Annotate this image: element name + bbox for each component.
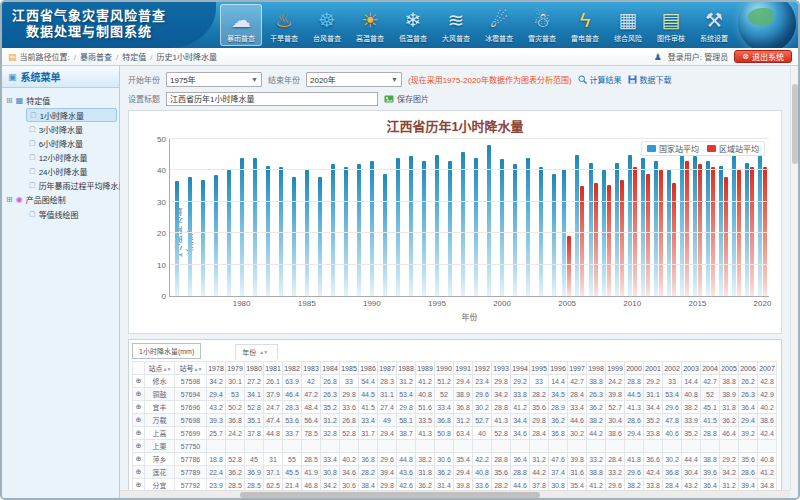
legend-item-国家站平均[interactable]: 国家站平均	[647, 143, 699, 154]
calculate-button[interactable]: 计算结果	[578, 74, 622, 85]
legend-item-区域站平均[interactable]: 区域站平均	[707, 143, 759, 154]
bar-national-2002[interactable]	[526, 158, 530, 296]
breadcrumb-item[interactable]: 特定值	[122, 53, 146, 62]
toolbar-item-cold-survey[interactable]: ❄低温普查	[392, 4, 434, 46]
table-header-year-1998[interactable]: 1998	[587, 362, 606, 375]
bar-regional-2011[interactable]	[646, 174, 650, 296]
bar-regional-2014[interactable]	[685, 161, 689, 296]
table-header-year-2007[interactable]: 2007	[758, 362, 777, 375]
bar-national-1980[interactable]	[240, 158, 244, 296]
table-header-year-1984[interactable]: 1984	[321, 362, 340, 375]
table-header-year-1993[interactable]: 1993	[492, 362, 511, 375]
table-header-year-1987[interactable]: 1987	[378, 362, 397, 375]
toolbar-item-system-settings[interactable]: ⚒系统设置	[693, 4, 735, 46]
table-header-year-2005[interactable]: 2005	[720, 362, 739, 375]
table-header-year-2001[interactable]: 2001	[644, 362, 663, 375]
bar-national-1979[interactable]	[227, 170, 231, 296]
row-expand-icon[interactable]: ⊕	[133, 453, 145, 466]
bar-national-1995[interactable]	[435, 155, 439, 296]
toolbar-item-wind-survey[interactable]: ≋大风普查	[435, 4, 477, 46]
bar-national-1993[interactable]	[409, 156, 413, 296]
bar-national-1996[interactable]	[448, 161, 452, 296]
bar-national-1981[interactable]	[253, 158, 257, 296]
table-header-year-1999[interactable]: 1999	[606, 362, 625, 375]
toolbar-item-snow-survey[interactable]: ☃雪灾普查	[521, 4, 563, 46]
bar-national-1990[interactable]	[370, 161, 374, 296]
table-header-year-2000[interactable]: 2000	[625, 362, 644, 375]
bar-regional-2015[interactable]	[698, 164, 702, 296]
breadcrumb-item[interactable]: 历史1小时降水量	[156, 53, 216, 62]
row-expand-icon[interactable]: ⊕	[133, 414, 145, 427]
download-button[interactable]: 数据下载	[628, 74, 672, 85]
bar-regional-2017[interactable]	[724, 177, 728, 296]
bar-national-1975[interactable]	[175, 181, 179, 296]
table-header-year-1997[interactable]: 1997	[568, 362, 587, 375]
table-header-year-1986[interactable]: 1986	[359, 362, 378, 375]
year-group-header[interactable]: 年份 ▲▼	[235, 344, 278, 359]
bar-regional-2006[interactable]	[580, 186, 584, 296]
bar-national-1985[interactable]	[305, 170, 309, 296]
table-header-year-2002[interactable]: 2002	[663, 362, 682, 375]
row-expand-icon[interactable]: ⊕	[133, 440, 145, 453]
toolbar-item-map-review[interactable]: ▤图件审核	[650, 4, 692, 46]
tree-item-1小时降水量[interactable]: ▢1小时降水量	[26, 108, 117, 122]
bar-national-2004[interactable]	[552, 174, 556, 296]
toolbar-item-typhoon-survey[interactable]: ☸台风普查	[306, 4, 348, 46]
table-header-year-1981[interactable]: 1981	[264, 362, 283, 375]
collapse-icon[interactable]: ⊞	[6, 195, 13, 204]
bar-national-1977[interactable]	[201, 180, 205, 296]
horizontal-scrollbar-thumb[interactable]	[240, 492, 540, 498]
bar-national-1992[interactable]	[396, 158, 400, 296]
table-header-year-1989[interactable]: 1989	[416, 362, 435, 375]
start-year-select[interactable]: 1975年 ▼	[166, 72, 262, 87]
toolbar-item-drought-survey[interactable]: ♨干旱普查	[263, 4, 305, 46]
row-expand-icon[interactable]: ⊕	[133, 466, 145, 479]
bar-national-2009[interactable]	[615, 163, 619, 296]
table-header-year-1990[interactable]: 1990	[435, 362, 454, 375]
tree-item-历年暴雨过程平均降水量[interactable]: ▢历年暴雨过程平均降水量	[26, 178, 117, 192]
bar-national-1997[interactable]	[461, 152, 465, 296]
bar-national-1999[interactable]	[487, 145, 491, 296]
bar-national-2020[interactable]	[758, 145, 762, 296]
bar-national-2012[interactable]	[654, 161, 658, 296]
bar-national-2000[interactable]	[500, 159, 504, 296]
bar-regional-2012[interactable]	[659, 170, 663, 296]
collapse-icon[interactable]: ⊞	[6, 96, 13, 105]
table-header-year-1995[interactable]: 1995	[530, 362, 549, 375]
table-header-year-1992[interactable]: 1992	[473, 362, 492, 375]
table-header-year-1994[interactable]: 1994	[511, 362, 530, 375]
bar-national-2001[interactable]	[513, 164, 517, 296]
tree-item-12小时降水量[interactable]: ▢12小时降水量	[26, 150, 117, 164]
bar-national-1989[interactable]	[357, 164, 361, 296]
row-expand-icon[interactable]: ⊕	[133, 388, 145, 401]
bar-regional-2005[interactable]	[567, 236, 571, 296]
table-header-year-1996[interactable]: 1996	[549, 362, 568, 375]
bar-regional-2009[interactable]	[620, 180, 624, 296]
table-filter-box[interactable]: 1小时降水量(mm)	[132, 343, 201, 359]
bar-national-2013[interactable]	[667, 170, 671, 296]
tree-group-产品图绘制[interactable]: ⊞◉产品图绘制	[6, 192, 117, 207]
tree-item-6小时降水量[interactable]: ▢6小时降水量	[26, 136, 117, 150]
bar-national-1986[interactable]	[318, 177, 322, 296]
breadcrumb-item[interactable]: 暴雨普查	[80, 53, 112, 62]
bar-national-2019[interactable]	[745, 163, 749, 296]
table-header-year-2003[interactable]: 2003	[682, 362, 701, 375]
vertical-scrollbar-thumb[interactable]	[792, 84, 798, 164]
toolbar-item-rainstorm-survey[interactable]: ☁暴雨普查	[220, 4, 262, 46]
bar-national-2016[interactable]	[706, 161, 710, 296]
bar-regional-2018[interactable]	[737, 170, 741, 296]
tree-group-特定值[interactable]: ⊞▦特定值	[6, 93, 117, 108]
toolbar-item-hail-survey[interactable]: ☄冰雹普查	[478, 4, 520, 46]
table-header-year-1979[interactable]: 1979	[226, 362, 245, 375]
bar-national-2014[interactable]	[680, 148, 684, 296]
bar-national-2018[interactable]	[732, 152, 736, 296]
table-header-year-2004[interactable]: 2004	[701, 362, 720, 375]
table-header-year-1985[interactable]: 1985	[340, 362, 359, 375]
bar-national-1998[interactable]	[474, 158, 478, 296]
toolbar-item-composite-risk[interactable]: ▦综合风险	[607, 4, 649, 46]
bar-national-2010[interactable]	[628, 155, 632, 296]
table-header-year-1980[interactable]: 1980	[245, 362, 264, 375]
bar-national-2015[interactable]	[693, 156, 697, 296]
bar-national-1976[interactable]	[188, 177, 192, 296]
vertical-scrollbar[interactable]	[790, 66, 798, 490]
